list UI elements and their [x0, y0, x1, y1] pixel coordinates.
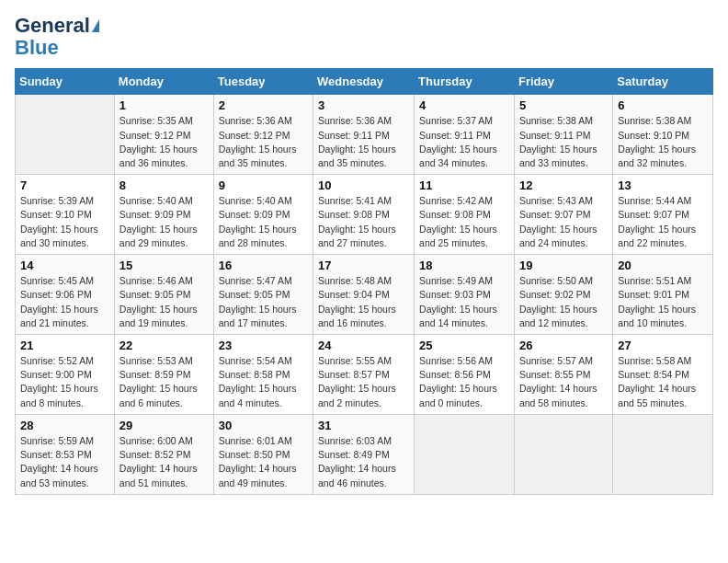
day-number: 3 — [318, 98, 409, 112]
day-number: 24 — [318, 339, 409, 352]
calendar-cell — [613, 414, 713, 494]
day-number: 15 — [119, 259, 209, 272]
day-info: Sunrise: 5:38 AMSunset: 9:11 PMDaylight:… — [519, 114, 608, 170]
calendar-cell — [514, 414, 612, 494]
day-number: 1 — [119, 98, 209, 112]
day-info: Sunrise: 5:55 AMSunset: 8:57 PMDaylight:… — [318, 354, 409, 410]
day-number: 2 — [219, 98, 308, 112]
calendar-cell: 14Sunrise: 5:45 AMSunset: 9:06 PMDayligh… — [16, 255, 115, 335]
day-number: 23 — [219, 339, 308, 352]
calendar-cell: 17Sunrise: 5:48 AMSunset: 9:04 PMDayligh… — [313, 255, 415, 335]
calendar-cell: 25Sunrise: 5:56 AMSunset: 8:56 PMDayligh… — [415, 335, 515, 415]
day-info: Sunrise: 5:40 AMSunset: 9:09 PMDaylight:… — [119, 194, 209, 250]
calendar-cell: 9Sunrise: 5:40 AMSunset: 9:09 PMDaylight… — [213, 175, 313, 255]
calendar-cell: 8Sunrise: 5:40 AMSunset: 9:09 PMDaylight… — [114, 175, 213, 255]
day-number: 17 — [318, 259, 409, 272]
day-info: Sunrise: 5:57 AMSunset: 8:55 PMDaylight:… — [519, 354, 608, 410]
day-number: 10 — [318, 178, 409, 192]
calendar-cell: 22Sunrise: 5:53 AMSunset: 8:59 PMDayligh… — [114, 335, 213, 415]
calendar-cell — [16, 95, 115, 175]
calendar-cell: 27Sunrise: 5:58 AMSunset: 8:54 PMDayligh… — [613, 335, 713, 415]
day-info: Sunrise: 5:54 AMSunset: 8:58 PMDaylight:… — [219, 354, 308, 410]
day-number: 13 — [618, 178, 708, 192]
day-info: Sunrise: 5:40 AMSunset: 9:09 PMDaylight:… — [219, 194, 308, 250]
page-header: General Blue — [15, 15, 713, 59]
day-info: Sunrise: 5:45 AMSunset: 9:06 PMDaylight:… — [20, 274, 109, 330]
day-info: Sunrise: 5:59 AMSunset: 8:53 PMDaylight:… — [20, 434, 109, 490]
calendar-cell: 6Sunrise: 5:38 AMSunset: 9:10 PMDaylight… — [613, 95, 713, 175]
logo-blue: Blue — [15, 37, 59, 59]
day-number: 25 — [419, 339, 509, 352]
calendar-cell: 5Sunrise: 5:38 AMSunset: 9:11 PMDaylight… — [514, 95, 612, 175]
day-number: 21 — [20, 339, 109, 352]
day-number: 11 — [419, 178, 509, 192]
day-info: Sunrise: 5:35 AMSunset: 9:12 PMDaylight:… — [119, 114, 209, 170]
day-info: Sunrise: 5:52 AMSunset: 9:00 PMDaylight:… — [20, 354, 109, 410]
day-number: 5 — [519, 98, 608, 112]
day-info: Sunrise: 6:00 AMSunset: 8:52 PMDaylight:… — [119, 434, 209, 490]
day-number: 18 — [419, 259, 509, 272]
calendar-cell: 30Sunrise: 6:01 AMSunset: 8:50 PMDayligh… — [213, 414, 313, 494]
day-number: 30 — [219, 419, 308, 432]
weekday-header-cell: Thursday — [415, 69, 515, 95]
calendar-cell: 11Sunrise: 5:42 AMSunset: 9:08 PMDayligh… — [415, 175, 515, 255]
day-number: 14 — [20, 259, 109, 272]
day-number: 27 — [618, 339, 708, 352]
day-number: 7 — [20, 178, 109, 192]
day-info: Sunrise: 5:43 AMSunset: 9:07 PMDaylight:… — [519, 194, 608, 250]
day-info: Sunrise: 5:44 AMSunset: 9:07 PMDaylight:… — [618, 194, 708, 250]
day-info: Sunrise: 5:46 AMSunset: 9:05 PMDaylight:… — [119, 274, 209, 330]
calendar-cell: 19Sunrise: 5:50 AMSunset: 9:02 PMDayligh… — [514, 255, 612, 335]
calendar-cell: 13Sunrise: 5:44 AMSunset: 9:07 PMDayligh… — [613, 175, 713, 255]
day-number: 26 — [519, 339, 608, 352]
calendar-cell: 7Sunrise: 5:39 AMSunset: 9:10 PMDaylight… — [16, 175, 115, 255]
calendar-week-row: 21Sunrise: 5:52 AMSunset: 9:00 PMDayligh… — [16, 335, 713, 415]
calendar-cell: 24Sunrise: 5:55 AMSunset: 8:57 PMDayligh… — [313, 335, 415, 415]
day-number: 6 — [618, 98, 708, 112]
logo-triangle-icon — [92, 19, 99, 32]
day-number: 20 — [618, 259, 708, 272]
logo: General Blue — [15, 15, 99, 59]
calendar-cell: 29Sunrise: 6:00 AMSunset: 8:52 PMDayligh… — [114, 414, 213, 494]
calendar-cell: 20Sunrise: 5:51 AMSunset: 9:01 PMDayligh… — [613, 255, 713, 335]
day-number: 9 — [219, 178, 308, 192]
calendar-cell: 31Sunrise: 6:03 AMSunset: 8:49 PMDayligh… — [313, 414, 415, 494]
weekday-header-cell: Friday — [514, 69, 612, 95]
day-info: Sunrise: 6:01 AMSunset: 8:50 PMDaylight:… — [219, 434, 308, 490]
calendar-cell: 2Sunrise: 5:36 AMSunset: 9:12 PMDaylight… — [213, 95, 313, 175]
calendar-cell: 28Sunrise: 5:59 AMSunset: 8:53 PMDayligh… — [16, 414, 115, 494]
calendar-cell: 15Sunrise: 5:46 AMSunset: 9:05 PMDayligh… — [114, 255, 213, 335]
day-info: Sunrise: 5:41 AMSunset: 9:08 PMDaylight:… — [318, 194, 409, 250]
day-number: 12 — [519, 178, 608, 192]
calendar-body: 1Sunrise: 5:35 AMSunset: 9:12 PMDaylight… — [16, 95, 713, 494]
day-info: Sunrise: 5:36 AMSunset: 9:12 PMDaylight:… — [219, 114, 308, 170]
day-number: 29 — [119, 419, 209, 432]
day-info: Sunrise: 5:49 AMSunset: 9:03 PMDaylight:… — [419, 274, 509, 330]
day-info: Sunrise: 5:39 AMSunset: 9:10 PMDaylight:… — [20, 194, 109, 250]
calendar-cell: 12Sunrise: 5:43 AMSunset: 9:07 PMDayligh… — [514, 175, 612, 255]
day-info: Sunrise: 5:37 AMSunset: 9:11 PMDaylight:… — [419, 114, 509, 170]
day-info: Sunrise: 5:53 AMSunset: 8:59 PMDaylight:… — [119, 354, 209, 410]
day-number: 22 — [119, 339, 209, 352]
day-info: Sunrise: 5:42 AMSunset: 9:08 PMDaylight:… — [419, 194, 509, 250]
calendar-cell: 16Sunrise: 5:47 AMSunset: 9:05 PMDayligh… — [213, 255, 313, 335]
calendar-cell: 26Sunrise: 5:57 AMSunset: 8:55 PMDayligh… — [514, 335, 612, 415]
calendar-week-row: 14Sunrise: 5:45 AMSunset: 9:06 PMDayligh… — [16, 255, 713, 335]
weekday-header-cell: Tuesday — [213, 69, 313, 95]
day-info: Sunrise: 5:47 AMSunset: 9:05 PMDaylight:… — [219, 274, 308, 330]
calendar-cell: 18Sunrise: 5:49 AMSunset: 9:03 PMDayligh… — [415, 255, 515, 335]
day-info: Sunrise: 6:03 AMSunset: 8:49 PMDaylight:… — [318, 434, 409, 490]
weekday-header-cell: Monday — [114, 69, 213, 95]
calendar-cell: 4Sunrise: 5:37 AMSunset: 9:11 PMDaylight… — [415, 95, 515, 175]
weekday-header-cell: Sunday — [16, 69, 115, 95]
calendar-cell: 10Sunrise: 5:41 AMSunset: 9:08 PMDayligh… — [313, 175, 415, 255]
calendar-cell: 3Sunrise: 5:36 AMSunset: 9:11 PMDaylight… — [313, 95, 415, 175]
day-number: 28 — [20, 419, 109, 432]
calendar-cell: 21Sunrise: 5:52 AMSunset: 9:00 PMDayligh… — [16, 335, 115, 415]
day-info: Sunrise: 5:58 AMSunset: 8:54 PMDaylight:… — [618, 354, 708, 410]
weekday-header-row: SundayMondayTuesdayWednesdayThursdayFrid… — [16, 69, 713, 95]
calendar-table: SundayMondayTuesdayWednesdayThursdayFrid… — [15, 68, 713, 494]
weekday-header-cell: Saturday — [613, 69, 713, 95]
calendar-week-row: 1Sunrise: 5:35 AMSunset: 9:12 PMDaylight… — [16, 95, 713, 175]
weekday-header-cell: Wednesday — [313, 69, 415, 95]
